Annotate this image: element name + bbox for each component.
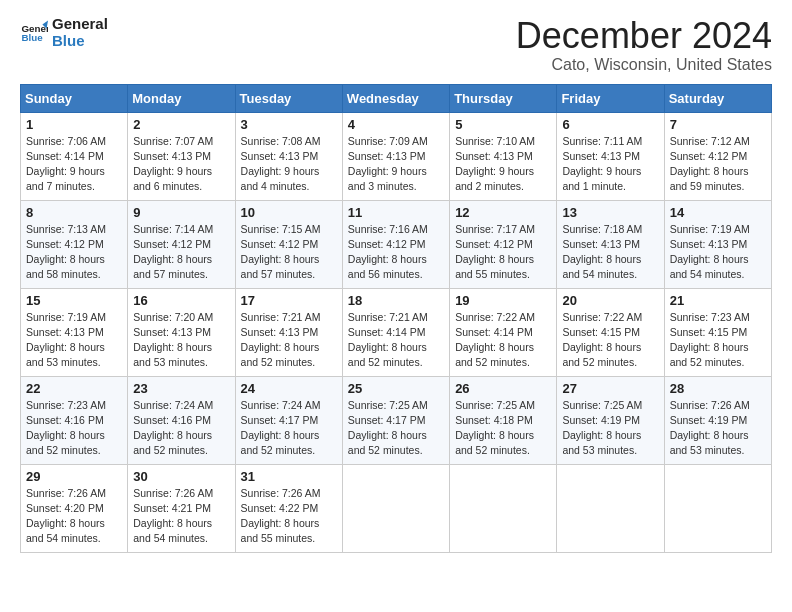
day-number: 19 (455, 293, 551, 308)
calendar-cell: 28Sunrise: 7:26 AMSunset: 4:19 PMDayligh… (664, 376, 771, 464)
calendar-cell (342, 464, 449, 552)
calendar-cell (557, 464, 664, 552)
day-detail: Sunrise: 7:19 AMSunset: 4:13 PMDaylight:… (26, 310, 122, 371)
day-number: 16 (133, 293, 229, 308)
calendar-cell: 9Sunrise: 7:14 AMSunset: 4:12 PMDaylight… (128, 200, 235, 288)
day-number: 25 (348, 381, 444, 396)
logo: General Blue General Blue (20, 16, 108, 49)
week-row-3: 15Sunrise: 7:19 AMSunset: 4:13 PMDayligh… (21, 288, 772, 376)
day-number: 21 (670, 293, 766, 308)
day-number: 29 (26, 469, 122, 484)
day-detail: Sunrise: 7:25 AMSunset: 4:19 PMDaylight:… (562, 398, 658, 459)
day-number: 24 (241, 381, 337, 396)
calendar-cell: 24Sunrise: 7:24 AMSunset: 4:17 PMDayligh… (235, 376, 342, 464)
calendar-cell (450, 464, 557, 552)
calendar-cell: 30Sunrise: 7:26 AMSunset: 4:21 PMDayligh… (128, 464, 235, 552)
logo-icon: General Blue (20, 19, 48, 47)
day-detail: Sunrise: 7:25 AMSunset: 4:17 PMDaylight:… (348, 398, 444, 459)
calendar-cell: 20Sunrise: 7:22 AMSunset: 4:15 PMDayligh… (557, 288, 664, 376)
day-detail: Sunrise: 7:16 AMSunset: 4:12 PMDaylight:… (348, 222, 444, 283)
day-detail: Sunrise: 7:18 AMSunset: 4:13 PMDaylight:… (562, 222, 658, 283)
day-number: 10 (241, 205, 337, 220)
calendar-cell: 6Sunrise: 7:11 AMSunset: 4:13 PMDaylight… (557, 112, 664, 200)
day-detail: Sunrise: 7:22 AMSunset: 4:14 PMDaylight:… (455, 310, 551, 371)
day-detail: Sunrise: 7:17 AMSunset: 4:12 PMDaylight:… (455, 222, 551, 283)
calendar-cell: 8Sunrise: 7:13 AMSunset: 4:12 PMDaylight… (21, 200, 128, 288)
calendar-cell: 3Sunrise: 7:08 AMSunset: 4:13 PMDaylight… (235, 112, 342, 200)
day-number: 28 (670, 381, 766, 396)
day-detail: Sunrise: 7:24 AMSunset: 4:16 PMDaylight:… (133, 398, 229, 459)
day-number: 4 (348, 117, 444, 132)
day-number: 3 (241, 117, 337, 132)
day-number: 15 (26, 293, 122, 308)
calendar-cell: 2Sunrise: 7:07 AMSunset: 4:13 PMDaylight… (128, 112, 235, 200)
day-number: 8 (26, 205, 122, 220)
week-row-4: 22Sunrise: 7:23 AMSunset: 4:16 PMDayligh… (21, 376, 772, 464)
calendar-cell: 29Sunrise: 7:26 AMSunset: 4:20 PMDayligh… (21, 464, 128, 552)
day-detail: Sunrise: 7:25 AMSunset: 4:18 PMDaylight:… (455, 398, 551, 459)
day-detail: Sunrise: 7:26 AMSunset: 4:20 PMDaylight:… (26, 486, 122, 547)
day-number: 2 (133, 117, 229, 132)
header-cell-tuesday: Tuesday (235, 84, 342, 112)
day-number: 5 (455, 117, 551, 132)
day-detail: Sunrise: 7:06 AMSunset: 4:14 PMDaylight:… (26, 134, 122, 195)
day-number: 26 (455, 381, 551, 396)
day-number: 17 (241, 293, 337, 308)
day-number: 6 (562, 117, 658, 132)
header-cell-wednesday: Wednesday (342, 84, 449, 112)
calendar-cell: 23Sunrise: 7:24 AMSunset: 4:16 PMDayligh… (128, 376, 235, 464)
day-detail: Sunrise: 7:26 AMSunset: 4:22 PMDaylight:… (241, 486, 337, 547)
day-detail: Sunrise: 7:21 AMSunset: 4:14 PMDaylight:… (348, 310, 444, 371)
calendar-cell: 25Sunrise: 7:25 AMSunset: 4:17 PMDayligh… (342, 376, 449, 464)
calendar-cell: 13Sunrise: 7:18 AMSunset: 4:13 PMDayligh… (557, 200, 664, 288)
calendar: SundayMondayTuesdayWednesdayThursdayFrid… (20, 84, 772, 553)
day-detail: Sunrise: 7:11 AMSunset: 4:13 PMDaylight:… (562, 134, 658, 195)
calendar-cell: 18Sunrise: 7:21 AMSunset: 4:14 PMDayligh… (342, 288, 449, 376)
day-detail: Sunrise: 7:26 AMSunset: 4:21 PMDaylight:… (133, 486, 229, 547)
calendar-cell: 21Sunrise: 7:23 AMSunset: 4:15 PMDayligh… (664, 288, 771, 376)
calendar-cell: 10Sunrise: 7:15 AMSunset: 4:12 PMDayligh… (235, 200, 342, 288)
logo-line1: General (52, 16, 108, 33)
day-detail: Sunrise: 7:24 AMSunset: 4:17 PMDaylight:… (241, 398, 337, 459)
day-detail: Sunrise: 7:09 AMSunset: 4:13 PMDaylight:… (348, 134, 444, 195)
calendar-cell: 19Sunrise: 7:22 AMSunset: 4:14 PMDayligh… (450, 288, 557, 376)
day-detail: Sunrise: 7:23 AMSunset: 4:16 PMDaylight:… (26, 398, 122, 459)
header-cell-monday: Monday (128, 84, 235, 112)
calendar-header-row: SundayMondayTuesdayWednesdayThursdayFrid… (21, 84, 772, 112)
day-detail: Sunrise: 7:20 AMSunset: 4:13 PMDaylight:… (133, 310, 229, 371)
day-detail: Sunrise: 7:21 AMSunset: 4:13 PMDaylight:… (241, 310, 337, 371)
calendar-cell: 11Sunrise: 7:16 AMSunset: 4:12 PMDayligh… (342, 200, 449, 288)
calendar-cell: 26Sunrise: 7:25 AMSunset: 4:18 PMDayligh… (450, 376, 557, 464)
calendar-cell: 1Sunrise: 7:06 AMSunset: 4:14 PMDaylight… (21, 112, 128, 200)
calendar-cell: 31Sunrise: 7:26 AMSunset: 4:22 PMDayligh… (235, 464, 342, 552)
day-number: 20 (562, 293, 658, 308)
calendar-cell: 14Sunrise: 7:19 AMSunset: 4:13 PMDayligh… (664, 200, 771, 288)
day-number: 7 (670, 117, 766, 132)
day-number: 14 (670, 205, 766, 220)
title-area: December 2024 Cato, Wisconsin, United St… (516, 16, 772, 74)
week-row-5: 29Sunrise: 7:26 AMSunset: 4:20 PMDayligh… (21, 464, 772, 552)
calendar-cell: 16Sunrise: 7:20 AMSunset: 4:13 PMDayligh… (128, 288, 235, 376)
calendar-cell (664, 464, 771, 552)
day-detail: Sunrise: 7:07 AMSunset: 4:13 PMDaylight:… (133, 134, 229, 195)
day-number: 11 (348, 205, 444, 220)
day-number: 22 (26, 381, 122, 396)
day-detail: Sunrise: 7:10 AMSunset: 4:13 PMDaylight:… (455, 134, 551, 195)
day-detail: Sunrise: 7:13 AMSunset: 4:12 PMDaylight:… (26, 222, 122, 283)
day-detail: Sunrise: 7:22 AMSunset: 4:15 PMDaylight:… (562, 310, 658, 371)
month-title: December 2024 (516, 16, 772, 56)
day-detail: Sunrise: 7:15 AMSunset: 4:12 PMDaylight:… (241, 222, 337, 283)
location-subtitle: Cato, Wisconsin, United States (516, 56, 772, 74)
day-detail: Sunrise: 7:12 AMSunset: 4:12 PMDaylight:… (670, 134, 766, 195)
day-number: 27 (562, 381, 658, 396)
day-number: 1 (26, 117, 122, 132)
day-number: 9 (133, 205, 229, 220)
calendar-cell: 17Sunrise: 7:21 AMSunset: 4:13 PMDayligh… (235, 288, 342, 376)
calendar-cell: 22Sunrise: 7:23 AMSunset: 4:16 PMDayligh… (21, 376, 128, 464)
calendar-cell: 7Sunrise: 7:12 AMSunset: 4:12 PMDaylight… (664, 112, 771, 200)
week-row-1: 1Sunrise: 7:06 AMSunset: 4:14 PMDaylight… (21, 112, 772, 200)
day-number: 18 (348, 293, 444, 308)
day-number: 31 (241, 469, 337, 484)
calendar-cell: 27Sunrise: 7:25 AMSunset: 4:19 PMDayligh… (557, 376, 664, 464)
day-number: 12 (455, 205, 551, 220)
